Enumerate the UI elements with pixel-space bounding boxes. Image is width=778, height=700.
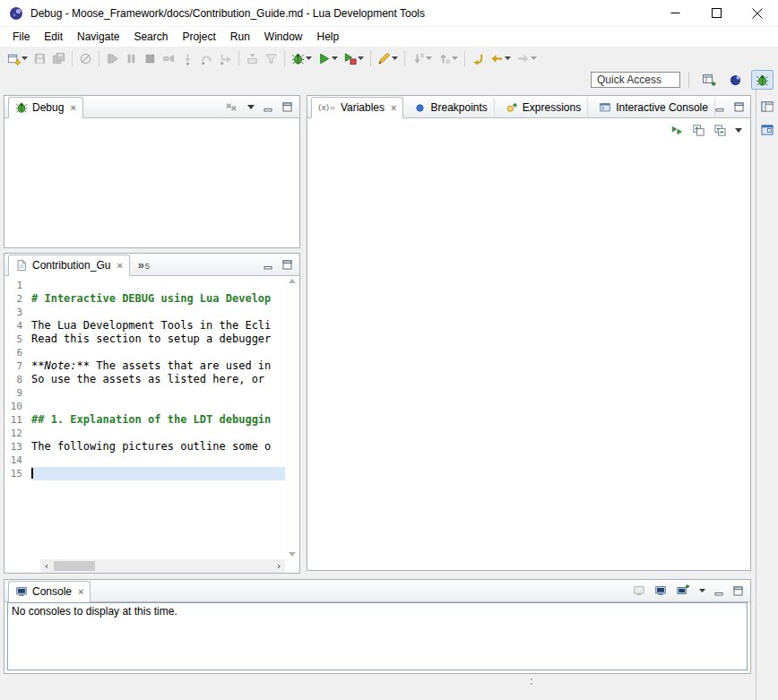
terminate-button[interactable] <box>142 48 159 68</box>
external-tools-button[interactable] <box>341 48 366 68</box>
marker-pen-button[interactable] <box>376 48 400 68</box>
editor-line[interactable]: 6 <box>4 346 285 359</box>
forward-button[interactable] <box>514 48 539 68</box>
quick-access-input[interactable]: Quick Access <box>591 72 680 88</box>
close-icon[interactable]: × <box>70 103 75 113</box>
close-button[interactable] <box>737 0 778 26</box>
tab-contribution-guide[interactable]: Contribution_Gu × <box>8 255 130 276</box>
tab-console[interactable]: Console × <box>8 581 91 602</box>
step-return-button[interactable] <box>217 48 234 68</box>
maximize-icon[interactable] <box>734 102 744 112</box>
editor-vertical-scrollbar[interactable] <box>285 276 299 559</box>
close-icon[interactable]: × <box>117 261 122 271</box>
maximize-icon[interactable] <box>282 102 292 112</box>
view-menu-icon[interactable] <box>735 128 742 133</box>
editor-line[interactable]: 12 <box>4 427 285 440</box>
scroll-down-icon[interactable] <box>289 552 296 557</box>
debug-perspective-button[interactable] <box>751 70 774 90</box>
tab-variables[interactable]: (x)= Variables × <box>311 97 403 118</box>
save-button[interactable] <box>31 48 48 68</box>
editor-line[interactable]: 14 <box>4 454 285 467</box>
open-perspective-button[interactable] <box>697 70 720 90</box>
tab-breakpoints[interactable]: Breakpoints <box>407 97 494 117</box>
remove-launch-icon[interactable] <box>633 584 645 597</box>
editor-line[interactable]: 15 <box>4 467 285 480</box>
menu-file[interactable]: File <box>5 28 37 46</box>
maximize-icon[interactable] <box>733 586 743 596</box>
previous-annotation-button[interactable] <box>436 48 460 68</box>
editor-line[interactable]: 5Read this section to setup a debugger <box>4 333 285 346</box>
dropdown-arrow-icon[interactable] <box>306 56 312 60</box>
step-into-button[interactable] <box>179 48 196 68</box>
scroll-up-icon[interactable] <box>289 279 296 283</box>
step-over-button[interactable] <box>198 48 215 68</box>
disconnect-button[interactable] <box>160 48 177 68</box>
dropdown-arrow-icon[interactable] <box>426 56 432 60</box>
dropdown-arrow-icon[interactable] <box>505 56 511 60</box>
tab-debug[interactable]: Debug × <box>8 97 83 118</box>
menu-run[interactable]: Run <box>223 28 257 46</box>
suspend-button[interactable] <box>123 48 140 68</box>
open-view-icon[interactable] <box>761 124 774 136</box>
save-all-button[interactable] <box>50 48 67 68</box>
editor-horizontal-scrollbar[interactable]: ‹ › <box>40 559 285 573</box>
expand-all-icon[interactable] <box>692 124 705 137</box>
dropdown-arrow-icon[interactable] <box>531 56 537 60</box>
dropdown-arrow-icon[interactable] <box>452 56 458 60</box>
close-icon[interactable]: × <box>78 587 83 597</box>
debug-button[interactable] <box>290 48 314 68</box>
close-icon[interactable]: × <box>391 103 396 113</box>
tab-expressions[interactable]: Expressions <box>498 97 588 117</box>
editor-line[interactable]: 7**Note:** The assets that are used in <box>4 359 285 373</box>
minimize-icon[interactable] <box>264 260 273 270</box>
editor-line[interactable]: 4The Lua Development Tools in the Ecli <box>4 319 285 333</box>
menu-search[interactable]: Search <box>126 28 175 46</box>
editor-line[interactable]: 10 <box>4 400 285 413</box>
back-button[interactable] <box>488 48 513 68</box>
editor-line[interactable]: 2# Interactive DEBUG using Lua Develop <box>4 292 285 306</box>
skip-all-breakpoints-button[interactable] <box>77 48 94 68</box>
sash-grip[interactable] <box>531 678 532 685</box>
menu-edit[interactable]: Edit <box>37 28 70 46</box>
lua-perspective-button[interactable] <box>724 70 747 90</box>
dropdown-arrow-icon[interactable] <box>392 56 398 60</box>
drop-to-frame-button[interactable] <box>244 48 261 68</box>
display-selected-console-icon[interactable] <box>654 584 667 597</box>
editor-tab-overflow[interactable]: » 5 <box>138 259 150 271</box>
open-console-dropdown-icon[interactable] <box>699 589 705 592</box>
show-logical-structures-icon[interactable] <box>670 124 684 137</box>
minimize-icon[interactable] <box>714 586 724 596</box>
new-wizard-button[interactable] <box>5 48 30 68</box>
remove-all-terminated-icon[interactable] <box>225 100 238 114</box>
scrollbar-thumb[interactable] <box>54 561 95 571</box>
menu-navigate[interactable]: Navigate <box>70 28 126 46</box>
maximize-icon[interactable] <box>282 260 292 270</box>
tab-interactive-console[interactable]: Interactive Console <box>592 97 715 117</box>
menu-window[interactable]: Window <box>257 28 310 46</box>
run-button[interactable] <box>316 48 340 68</box>
next-annotation-button[interactable] <box>410 48 434 68</box>
minimize-icon[interactable] <box>264 102 273 112</box>
editor-line[interactable]: 1 <box>4 279 285 292</box>
minimize-button[interactable] <box>654 0 696 26</box>
collapse-all-icon[interactable] <box>713 124 727 137</box>
editor-line[interactable]: 13The following pictures outline some o <box>4 440 285 454</box>
editor-line[interactable]: 8So use the assets as listed here, or <box>4 373 285 386</box>
editor-line[interactable]: 9 <box>4 386 285 400</box>
menu-help[interactable]: Help <box>310 28 347 46</box>
dropdown-arrow-icon[interactable] <box>358 56 364 60</box>
last-edit-location-button[interactable] <box>470 48 487 68</box>
editor-line[interactable]: 3 <box>4 306 285 319</box>
use-step-filters-button[interactable] <box>263 48 280 68</box>
scroll-right-icon[interactable]: › <box>272 559 285 573</box>
menu-project[interactable]: Project <box>175 28 222 46</box>
view-menu-icon[interactable] <box>247 105 255 109</box>
dropdown-arrow-icon[interactable] <box>22 56 28 60</box>
resume-button[interactable] <box>104 48 121 68</box>
editor-body[interactable]: 12# Interactive DEBUG using Lua Develop3… <box>4 276 299 573</box>
restore-view-icon[interactable] <box>761 100 774 113</box>
editor-line[interactable]: 11## 1. Explanation of the LDT debuggin <box>4 413 285 427</box>
dropdown-arrow-icon[interactable] <box>332 56 338 60</box>
scroll-left-icon[interactable]: ‹ <box>40 559 53 573</box>
maximize-button[interactable] <box>696 0 737 26</box>
